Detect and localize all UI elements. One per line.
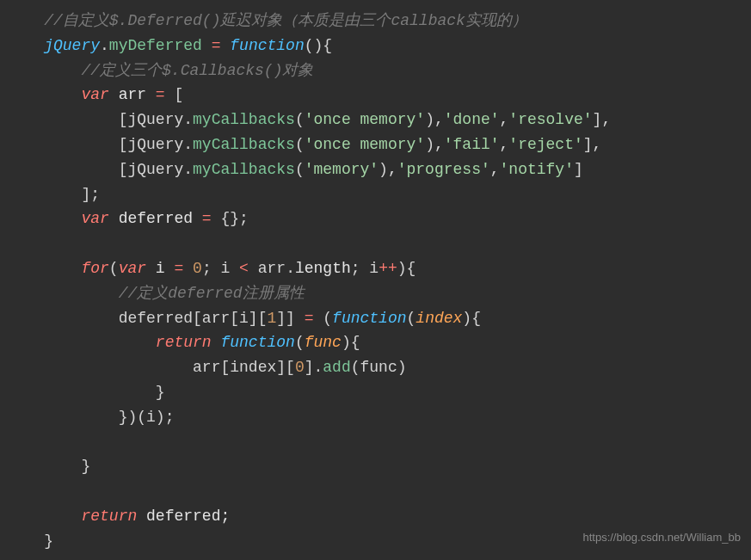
keyword: function — [230, 37, 304, 54]
code-line — [7, 479, 744, 504]
method: myDeferred — [109, 37, 202, 54]
code-line: var deferred = {}; — [7, 206, 744, 231]
code-line — [7, 231, 744, 256]
identifier: jQuery — [44, 37, 100, 54]
keyword: for — [81, 260, 108, 277]
keyword: var — [81, 86, 108, 103]
string: 'once memory' — [305, 111, 425, 128]
comment: //自定义$.Deferred()延迟对象（本质是由三个callback实现的） — [44, 12, 527, 29]
code-line: } — [7, 454, 744, 479]
code-line — [7, 430, 744, 455]
method: add — [323, 359, 350, 376]
code-line: var arr = [ — [7, 83, 744, 108]
keyword: return — [156, 334, 212, 351]
code-line: arr[index][0].add(func) — [7, 355, 744, 380]
code-line: for(var i = 0; i < arr.length; i++){ — [7, 256, 744, 281]
code-line: } — [7, 380, 744, 405]
code-line: return function(func){ — [7, 330, 744, 355]
watermark: https://blog.csdn.net/William_bb — [582, 529, 741, 547]
code-line: deferred[arr[i][1]] = (function(index){ — [7, 306, 744, 331]
comment: //定义三个$.Callbacks()对象 — [81, 62, 313, 79]
code-line: //定义三个$.Callbacks()对象 — [7, 58, 744, 83]
code-editor: //自定义$.Deferred()延迟对象（本质是由三个callback实现的）… — [7, 9, 744, 554]
code-line: [jQuery.myCallbacks('once memory'),'done… — [7, 108, 744, 132]
code-line: //自定义$.Deferred()延迟对象（本质是由三个callback实现的） — [7, 9, 744, 34]
code-line: })(i); — [7, 405, 744, 430]
number: 0 — [193, 260, 202, 277]
code-line: ]; — [7, 182, 744, 207]
comment: //定义deferred注册属性 — [119, 285, 305, 302]
parameter: index — [416, 310, 462, 327]
code-line: jQuery.myDeferred = function(){ — [7, 34, 744, 58]
keyword: return — [81, 508, 137, 525]
code-line: [jQuery.myCallbacks('once memory'),'fail… — [7, 132, 744, 157]
code-line: //定义deferred注册属性 — [7, 281, 744, 306]
code-line: [jQuery.myCallbacks('memory'),'progress'… — [7, 157, 744, 182]
code-line: return deferred; — [7, 504, 744, 529]
